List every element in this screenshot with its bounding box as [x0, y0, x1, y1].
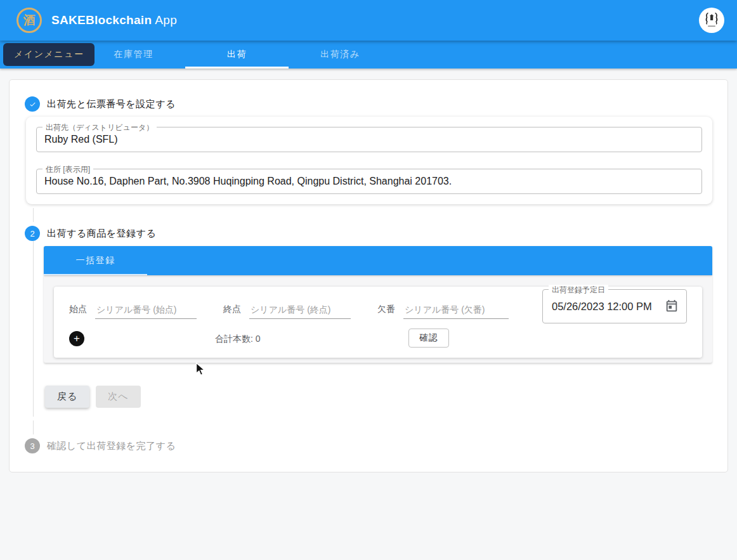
- tab-shipped[interactable]: 出荷済み: [289, 41, 392, 68]
- sake-logo-icon: 酒: [16, 8, 42, 33]
- tab-shipping[interactable]: 出荷: [185, 41, 289, 68]
- ship-date-value: 05/26/2023 12:00 PM: [552, 301, 652, 313]
- recipient-field-label: 出荷先（ディストリビュータ）: [42, 122, 157, 133]
- destination-form-card: 出荷先（ディストリビュータ） Ruby Red (SFL) 住所 [表示用] H…: [26, 117, 712, 204]
- sake-logo-char: 酒: [23, 12, 36, 29]
- serial-inputs-row: 始点 終点 欠番 出荷登録予定日 05/2: [64, 289, 692, 323]
- ship-date-field[interactable]: 出荷登録予定日 05/26/2023 12:00 PM: [542, 289, 687, 323]
- recipient-field[interactable]: 出荷先（ディストリビュータ） Ruby Red (SFL): [36, 127, 702, 152]
- serial-end-group: 終点: [223, 301, 351, 319]
- step1-label: 出荷先と伝票番号を設定する: [47, 98, 176, 110]
- app-title-regular: App: [155, 13, 177, 27]
- step3-disabled-icon: 3: [25, 438, 40, 453]
- app-title-bold: SAKEBlockchain: [51, 13, 152, 27]
- tab-inventory[interactable]: 在庫管理: [82, 41, 185, 68]
- next-button-disabled[interactable]: 次へ: [96, 386, 140, 408]
- recipient-field-value: Ruby Red (SFL): [44, 134, 118, 145]
- calendar-icon: [665, 299, 679, 313]
- serial-missing-input[interactable]: [403, 301, 509, 319]
- step2-active-icon: 2: [25, 226, 40, 241]
- add-serial-row-button[interactable]: +: [69, 331, 84, 346]
- app-bar: 酒 SAKEBlockchainApp: [0, 0, 737, 41]
- company-seal-avatar[interactable]: [699, 8, 724, 33]
- calendar-picker-button[interactable]: [663, 298, 680, 315]
- serial-actions-row: + 合計本数: 0 確認: [64, 326, 692, 349]
- check-icon: [29, 101, 37, 108]
- serial-missing-group: 欠番: [377, 301, 509, 319]
- back-button[interactable]: 戻る: [45, 386, 89, 408]
- total-bottles-text: 合計本数: 0: [215, 334, 261, 345]
- nav-bar: メインメニュー 在庫管理 出荷 出荷済み: [0, 41, 737, 68]
- address-field-label: 住所 [表示用]: [42, 164, 93, 175]
- step2-content: 一括登録 始点 終点 欠番: [33, 241, 712, 417]
- step1-completed-icon: [25, 96, 40, 112]
- address-field-value: House No.16, Daphen Part, No.3908 Huqing…: [44, 176, 452, 187]
- batch-tab-indicator: [44, 274, 147, 275]
- plus-icon: +: [74, 333, 80, 344]
- step2-label: 出荷する商品を登録する: [47, 228, 156, 240]
- batch-tab-bar: 一括登録: [44, 246, 712, 275]
- serial-end-label: 終点: [223, 304, 241, 315]
- serial-missing-label: 欠番: [377, 304, 395, 315]
- step-connector-line: [33, 208, 34, 222]
- step3-label: 確認して出荷登録を完了する: [47, 440, 176, 452]
- step2-buttons: 戻る 次へ: [45, 386, 712, 408]
- confirm-button[interactable]: 確認: [408, 329, 449, 348]
- batch-panel: 始点 終点 欠番 出荷登録予定日 05/2: [44, 275, 712, 363]
- nav-tabs: 在庫管理 出荷 出荷済み: [82, 41, 392, 68]
- app-title: SAKEBlockchainApp: [51, 13, 177, 27]
- ship-date-label: 出荷登録予定日: [549, 285, 608, 296]
- serial-start-label: 始点: [69, 304, 87, 315]
- step2-header: 2 出荷する商品を登録する: [25, 226, 712, 241]
- page-content: 出荷先と伝票番号を設定する 出荷先（ディストリビュータ） Ruby Red (S…: [0, 68, 737, 483]
- active-tab-indicator: [185, 67, 289, 68]
- company-seal-icon: [701, 10, 722, 31]
- step3-header: 3 確認して出荷登録を完了する: [25, 438, 712, 453]
- serial-entry-card: 始点 終点 欠番 出荷登録予定日 05/2: [54, 287, 702, 358]
- serial-end-input[interactable]: [249, 301, 351, 319]
- address-field[interactable]: 住所 [表示用] House No.16, Daphen Part, No.39…: [36, 169, 702, 194]
- shipping-stepper-card: 出荷先と伝票番号を設定する 出荷先（ディストリビュータ） Ruby Red (S…: [9, 79, 728, 472]
- serial-start-input[interactable]: [95, 301, 197, 319]
- tab-batch-register[interactable]: 一括登録: [44, 246, 147, 275]
- step-connector-line: [33, 420, 34, 434]
- serial-start-group: 始点: [69, 301, 197, 319]
- step1-header: 出荷先と伝票番号を設定する: [25, 96, 712, 112]
- main-menu-button[interactable]: メインメニュー: [3, 43, 95, 66]
